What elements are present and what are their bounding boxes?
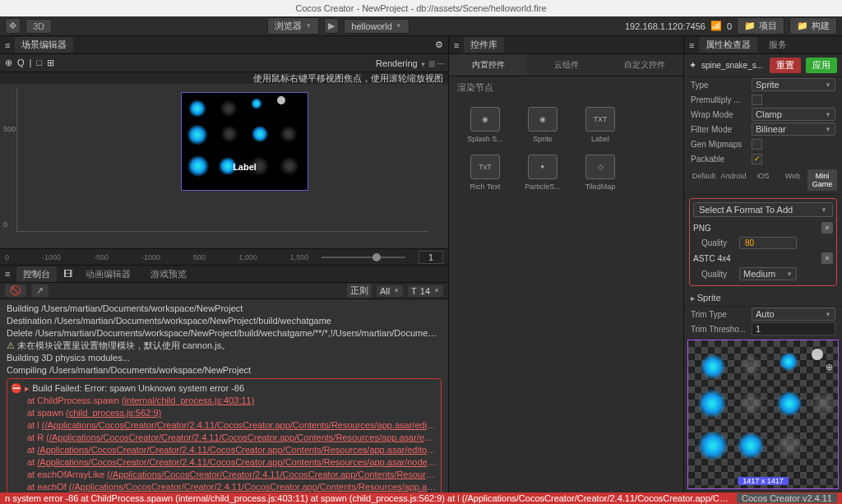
stack-line[interactable]: at spawn (child_process.js:562:9): [11, 407, 437, 419]
error-head: ⛔ ▸ Build Failed: Error: spawn Unknown s…: [11, 382, 437, 395]
selected-node[interactable]: Label: [181, 92, 308, 191]
scene-tool-5[interactable]: ⊞: [47, 58, 54, 68]
stack-line[interactable]: at /Applications/CocosCreator/Creator/2.…: [11, 456, 437, 469]
platform-tab[interactable]: Android: [719, 169, 748, 191]
quality-input[interactable]: 80: [739, 237, 797, 249]
project-button[interactable]: 📁 项目: [737, 17, 784, 35]
log-line: Building 3D physics modules...: [7, 352, 442, 364]
remove-format-button[interactable]: ×: [821, 222, 833, 234]
scene-select[interactable]: helloworld▼: [344, 19, 409, 34]
error-block: ⛔ ▸ Build Failed: Error: spawn Unknown s…: [7, 378, 442, 492]
handle-icon[interactable]: ≡: [454, 40, 459, 50]
ip-label: 192.168.1.120:7456: [625, 21, 706, 31]
stack-line[interactable]: at eachOfArrayLike (/Applications/CocosC…: [11, 469, 437, 481]
stack-line[interactable]: at R (/Applications/CocosCreator/Creator…: [11, 432, 437, 444]
platform-tab[interactable]: Mini Game: [807, 169, 837, 191]
timeline-icon: 🎞: [63, 269, 72, 279]
canvas-hint: 使用鼠标右键平移视图焦点，使用滚轮缩放视图: [253, 72, 443, 85]
apply-button[interactable]: 应用: [806, 58, 837, 73]
canvas-ruler: 0 -1000 -500 -1000 500 1,000 1,500: [0, 248, 448, 265]
quality-select[interactable]: Medium▼: [739, 267, 797, 280]
node-item[interactable]: TxTRich Text: [462, 155, 508, 191]
asset-icon: ✦: [689, 60, 696, 71]
bottom-tabs: ≡ 控制台 🎞 动画编辑器 游戏预览: [0, 265, 448, 283]
stack-line[interactable]: at eachOf (/Applications/CocosCreator/Cr…: [11, 481, 437, 492]
asset-name: spine_snake_s...: [701, 61, 765, 70]
filter-select[interactable]: Bilinear▼: [752, 123, 835, 136]
log-line: Compiling /Users/martian/Documents/works…: [7, 364, 442, 377]
console-output[interactable]: Building /Users/martian/Documents/worksp…: [0, 299, 448, 492]
nodelib-tab[interactable]: 控件库: [464, 37, 504, 53]
status-error: n system error -86 at ChildProcess.spawn…: [5, 493, 732, 503]
type-select[interactable]: Sprite▼: [752, 78, 835, 91]
node-section: 渲染节点: [449, 76, 683, 99]
popout-button[interactable]: ↗: [31, 284, 49, 297]
format-name: PNG: [693, 224, 817, 233]
window-title: Cocos Creator - NewProject - db://assets…: [295, 3, 546, 13]
zoom-slider[interactable]: [322, 257, 405, 258]
handle-icon[interactable]: ≡: [689, 40, 694, 50]
preview-tab[interactable]: 游戏预览: [144, 266, 193, 282]
preview-size: 1417 x 1417: [738, 477, 789, 485]
builtin-tab[interactable]: 内置控件: [449, 54, 527, 76]
play-button[interactable]: ▶: [324, 18, 339, 34]
main-toolbar: ✥ 3D 浏览器▼ ▶ helloworld▼ 192.168.1.120:74…: [0, 16, 842, 36]
conn-icon: 📶: [710, 21, 722, 31]
clear-button[interactable]: 🚫: [5, 284, 26, 297]
scene-tool-1[interactable]: ⊕: [5, 58, 12, 68]
filter-regex[interactable]: 正则: [347, 284, 372, 298]
animation-tab[interactable]: 动画编辑器: [79, 266, 137, 282]
node-item[interactable]: ◇TiledMap: [577, 155, 623, 191]
node-item[interactable]: TXTLabel: [577, 107, 623, 143]
preview-zoom-icon[interactable]: ⊕: [826, 362, 833, 372]
wrap-select[interactable]: Clamp▼: [752, 108, 835, 121]
services-tab[interactable]: 服务: [762, 37, 793, 53]
inspector-tab[interactable]: 属性检查器: [699, 37, 757, 53]
filter-font[interactable]: T 14▼: [408, 285, 443, 297]
conn-count: 0: [727, 21, 732, 31]
texture-preview: ⊕ 1417 x 1417: [687, 340, 839, 489]
scene-tool-3[interactable]: |: [30, 58, 32, 68]
status-bar: n system error -86 at ChildProcess.spawn…: [0, 492, 842, 504]
zoom-input[interactable]: [419, 251, 443, 264]
move-tool[interactable]: ✥: [5, 18, 21, 34]
format-add-select[interactable]: Select A Format To Add▼: [693, 202, 833, 217]
node-item[interactable]: ✦ParticleS...: [520, 155, 566, 191]
reset-button[interactable]: 重置: [770, 58, 801, 73]
build-button[interactable]: 📁 构建: [789, 17, 837, 35]
mac-titlebar: Cocos Creator - NewProject - db://assets…: [0, 0, 842, 16]
format-name: ASTC 4x4: [693, 254, 817, 263]
platform-tab[interactable]: iOS: [748, 169, 778, 191]
node-item[interactable]: ◉Splash S...: [462, 107, 508, 143]
sprite-section: ▸ Sprite: [684, 289, 842, 307]
trim-type-select[interactable]: Auto▼: [752, 307, 835, 321]
platform-tab[interactable]: Default: [689, 169, 719, 191]
scene-tool-2[interactable]: Q: [17, 58, 25, 68]
premul-checkbox[interactable]: [752, 95, 762, 105]
scene-panel-tabs: ≡ 场景编辑器 ⚙: [0, 36, 448, 54]
format-box: Select A Format To Add▼ PNG×Quality80AST…: [689, 198, 837, 286]
stack-line[interactable]: at l (/Applications/CocosCreator/Creator…: [11, 419, 437, 432]
remove-format-button[interactable]: ×: [821, 252, 833, 264]
scene-editor-tab[interactable]: 场景编辑器: [15, 37, 73, 53]
platform-tab[interactable]: Web: [778, 169, 807, 191]
gear-icon[interactable]: ⚙: [435, 39, 443, 50]
scene-canvas[interactable]: 500 0 Label: [0, 84, 448, 248]
3d-toggle[interactable]: 3D: [25, 19, 52, 34]
version-label: Cocos Creator v2.4.11: [737, 493, 837, 503]
console-tab[interactable]: 控制台: [16, 266, 57, 282]
node-item[interactable]: ◉Sprite: [520, 107, 566, 143]
handle-icon[interactable]: ≡: [5, 269, 10, 279]
cloud-tab[interactable]: 云组件: [527, 54, 605, 76]
scene-tool-4[interactable]: □: [36, 58, 42, 68]
filter-level[interactable]: All▼: [377, 285, 403, 297]
browser-select[interactable]: 浏览器▼: [267, 17, 319, 35]
handle-icon[interactable]: ≡: [5, 40, 10, 50]
custom-tab[interactable]: 自定义控件: [605, 54, 683, 76]
genmip-checkbox[interactable]: [752, 139, 762, 150]
trim-thresh-input[interactable]: [752, 322, 835, 335]
packable-checkbox[interactable]: [752, 154, 762, 164]
stack-line[interactable]: at /Applications/CocosCreator/Creator/2.…: [11, 444, 437, 456]
log-line: Building /Users/martian/Documents/worksp…: [7, 303, 442, 315]
stack-line[interactable]: at ChildProcess.spawn (internal/child_pr…: [11, 395, 437, 407]
